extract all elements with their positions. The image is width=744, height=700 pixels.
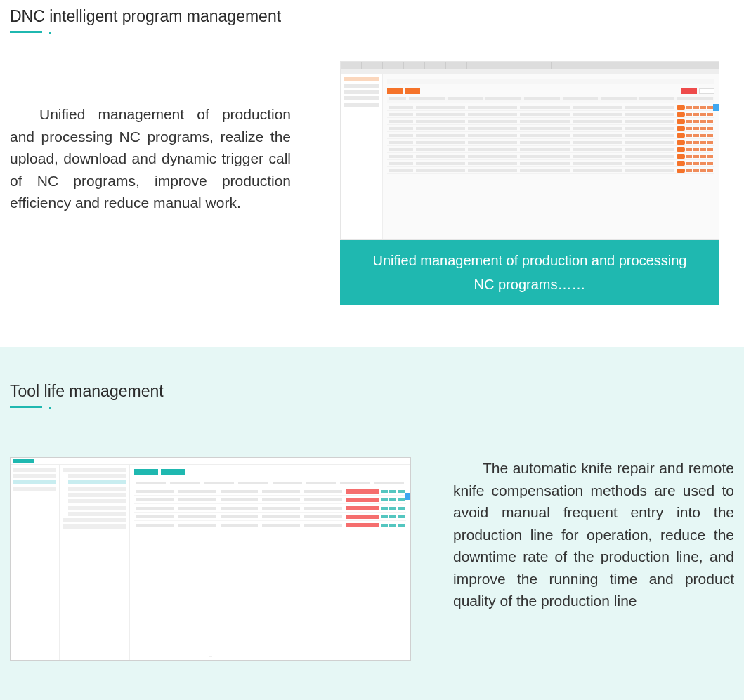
app-content — [383, 74, 719, 239]
tool-life-section: Tool life management — [0, 347, 744, 700]
app2-footer: ····· — [11, 655, 410, 659]
app-body — [341, 74, 719, 239]
app2-logo — [13, 459, 34, 463]
browser-tabs — [341, 62, 719, 69]
tool-life-screenshot: ····· — [10, 457, 411, 661]
app2-topbar — [11, 458, 410, 465]
browser-toolbar — [341, 69, 719, 74]
tool-life-heading-text: Tool life management — [10, 382, 164, 400]
dnc-section: DNC intelligent program management Unifi… — [0, 0, 744, 347]
dnc-heading: DNC intelligent program management — [10, 7, 734, 33]
app2-table — [134, 479, 406, 529]
app2-body — [11, 465, 410, 660]
tool-life-paragraph: The automatic knife repair and remote kn… — [453, 457, 734, 612]
action-row — [387, 88, 714, 94]
dnc-figure: Unified management of production and pro… — [340, 61, 719, 305]
heading-dot — [49, 407, 51, 409]
app-sidebar — [341, 74, 383, 239]
side-float-button — [405, 493, 410, 500]
data-table — [387, 97, 714, 174]
dnc-caption: Unified management of production and pro… — [340, 240, 719, 305]
app2-main — [130, 465, 410, 660]
app2-sidebar — [11, 465, 60, 660]
heading-underline — [10, 31, 42, 33]
dnc-screenshot — [340, 61, 719, 240]
heading-underline — [10, 406, 42, 408]
filter-bar — [387, 79, 714, 84]
heading-dot — [49, 32, 51, 34]
app2-buttons — [134, 469, 406, 475]
app2-tree — [60, 465, 130, 660]
side-float-button — [713, 104, 719, 111]
tool-life-row: ····· The automatic knife repair and rem… — [10, 457, 734, 661]
dnc-heading-text: DNC intelligent program management — [10, 7, 281, 25]
dnc-paragraph: Unified management of production and pro… — [10, 103, 291, 214]
tool-life-heading: Tool life management — [10, 382, 164, 408]
dnc-row: Unified management of production and pro… — [10, 61, 734, 305]
